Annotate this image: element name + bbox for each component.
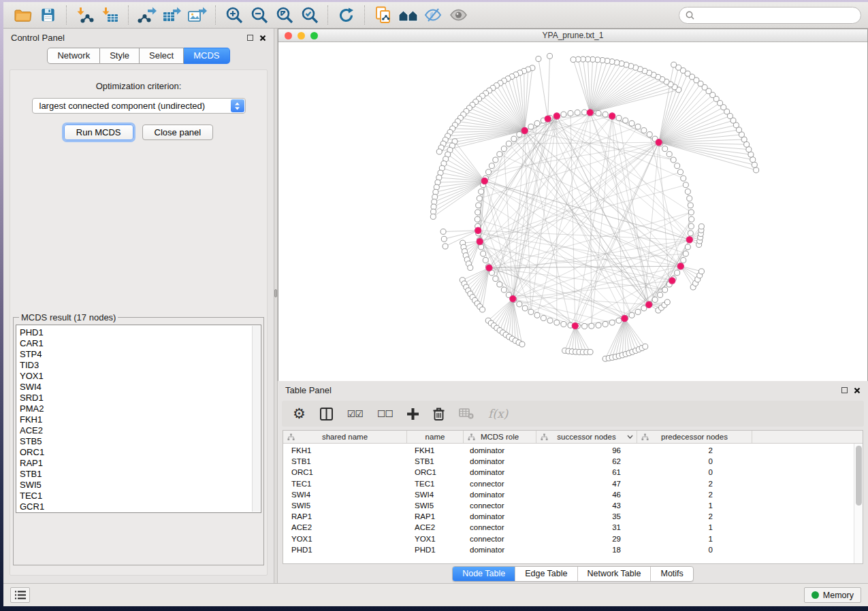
- network-node[interactable]: [517, 301, 522, 307]
- network-node[interactable]: [662, 287, 668, 293]
- network-node[interactable]: [635, 309, 641, 314]
- gear-icon[interactable]: ⚙: [293, 407, 306, 421]
- float-panel-icon[interactable]: [247, 35, 253, 41]
- network-hub-node[interactable]: [646, 301, 652, 308]
- network-node[interactable]: [616, 115, 622, 120]
- tab-motifs[interactable]: Motifs: [651, 567, 692, 581]
- mcds-result-item[interactable]: STB5: [20, 436, 261, 447]
- network-node[interactable]: [547, 318, 553, 323]
- export-table-button[interactable]: [159, 4, 184, 26]
- network-node[interactable]: [589, 323, 594, 329]
- network-node[interactable]: [596, 110, 601, 116]
- network-leaf-node[interactable]: [443, 244, 448, 249]
- network-hub-node[interactable]: [669, 278, 675, 284]
- zoom-in-button[interactable]: [221, 4, 246, 26]
- network-leaf-node[interactable]: [570, 57, 576, 63]
- network-node[interactable]: [477, 196, 482, 201]
- network-leaf-node[interactable]: [748, 152, 754, 157]
- network-node[interactable]: [609, 320, 615, 325]
- export-network-button[interactable]: [134, 4, 159, 26]
- column-header-successor-nodes[interactable]: successor nodes: [536, 431, 637, 443]
- table-row[interactable]: ORC1ORC1dominator610: [283, 467, 863, 478]
- select-all-icon[interactable]: ☑☑: [347, 409, 363, 418]
- deselect-all-icon[interactable]: ☐☐: [377, 409, 393, 418]
- network-node[interactable]: [522, 306, 528, 311]
- mcds-result-item[interactable]: STB1: [20, 469, 261, 480]
- panel-splitter[interactable]: [274, 29, 278, 583]
- network-node[interactable]: [675, 163, 680, 169]
- network-hub-node[interactable]: [521, 127, 528, 133]
- network-node[interactable]: [629, 120, 634, 126]
- import-network-button[interactable]: [72, 4, 97, 26]
- network-node[interactable]: [497, 282, 502, 287]
- network-leaf-node[interactable]: [698, 224, 704, 229]
- network-node[interactable]: [561, 321, 566, 327]
- network-node[interactable]: [517, 132, 522, 137]
- network-node[interactable]: [501, 287, 507, 293]
- network-hub-node[interactable]: [510, 295, 516, 301]
- network-node[interactable]: [635, 124, 641, 129]
- network-node[interactable]: [688, 210, 694, 215]
- zoom-selected-button[interactable]: [297, 4, 322, 26]
- network-hub-node[interactable]: [609, 113, 615, 119]
- network-node[interactable]: [575, 110, 580, 115]
- table-row[interactable]: STB1STB1dominator620: [283, 456, 863, 467]
- network-hub-node[interactable]: [477, 238, 483, 244]
- network-node[interactable]: [623, 118, 628, 123]
- save-session-button[interactable]: [35, 4, 61, 26]
- network-leaf-node[interactable]: [750, 157, 756, 163]
- maximize-window-icon[interactable]: [310, 32, 318, 39]
- tab-edge-table[interactable]: Edge Table: [515, 567, 577, 581]
- mcds-result-item[interactable]: RAP1: [20, 458, 261, 469]
- add-column-icon[interactable]: [407, 408, 419, 420]
- network-leaf-node[interactable]: [440, 229, 446, 234]
- search-input[interactable]: [698, 10, 854, 20]
- network-node[interactable]: [528, 124, 534, 129]
- network-hub-node[interactable]: [475, 227, 481, 233]
- network-node[interactable]: [506, 141, 511, 146]
- network-leaf-node[interactable]: [752, 162, 757, 167]
- hide-graphics-button[interactable]: [421, 4, 446, 26]
- network-node[interactable]: [681, 176, 686, 181]
- network-node[interactable]: [541, 316, 546, 321]
- network-leaf-node[interactable]: [468, 265, 473, 270]
- mcds-result-item[interactable]: SWI4: [20, 382, 261, 393]
- close-panel-icon[interactable]: [259, 35, 266, 42]
- network-hub-node[interactable]: [587, 110, 593, 116]
- export-image-button[interactable]: [184, 4, 210, 26]
- network-node[interactable]: [483, 257, 488, 263]
- table-row[interactable]: PHD1PHD1dominator180: [283, 544, 863, 555]
- table-row[interactable]: FKH1FKH1dominator962: [283, 445, 863, 456]
- network-node[interactable]: [688, 224, 694, 229]
- network-node[interactable]: [596, 323, 601, 328]
- mcds-result-item[interactable]: PHD1: [20, 327, 261, 338]
- table-row[interactable]: TEC1TEC1connector472: [283, 478, 863, 489]
- network-leaf-node[interactable]: [431, 209, 436, 214]
- float-panel-icon[interactable]: [841, 387, 848, 393]
- network-node[interactable]: [554, 320, 560, 325]
- network-node[interactable]: [475, 216, 480, 222]
- network-node[interactable]: [534, 120, 540, 126]
- table-row[interactable]: YOX1YOX1connector291: [283, 533, 863, 544]
- network-leaf-node[interactable]: [588, 349, 593, 354]
- network-node[interactable]: [602, 112, 608, 117]
- run-mcds-button[interactable]: Run MCDS: [64, 125, 133, 140]
- network-node[interactable]: [683, 182, 688, 188]
- network-node[interactable]: [501, 146, 507, 152]
- network-hub-node[interactable]: [545, 116, 551, 122]
- table-row[interactable]: SWI4SWI4dominator462: [283, 489, 863, 500]
- network-node[interactable]: [511, 136, 517, 142]
- network-node[interactable]: [479, 189, 484, 195]
- network-node[interactable]: [582, 323, 588, 329]
- network-node[interactable]: [675, 270, 680, 276]
- network-leaf-node[interactable]: [698, 269, 704, 274]
- column-header-predecessor-nodes[interactable]: predecessor nodes: [637, 431, 752, 443]
- network-node[interactable]: [602, 321, 608, 327]
- mcds-result-item[interactable]: SWI5: [20, 480, 261, 491]
- network-hub-node[interactable]: [686, 237, 692, 243]
- network-node[interactable]: [616, 318, 622, 323]
- network-leaf-node[interactable]: [434, 184, 439, 190]
- network-node[interactable]: [481, 251, 486, 257]
- splitter-handle-icon[interactable]: [274, 289, 277, 297]
- network-node[interactable]: [582, 110, 588, 115]
